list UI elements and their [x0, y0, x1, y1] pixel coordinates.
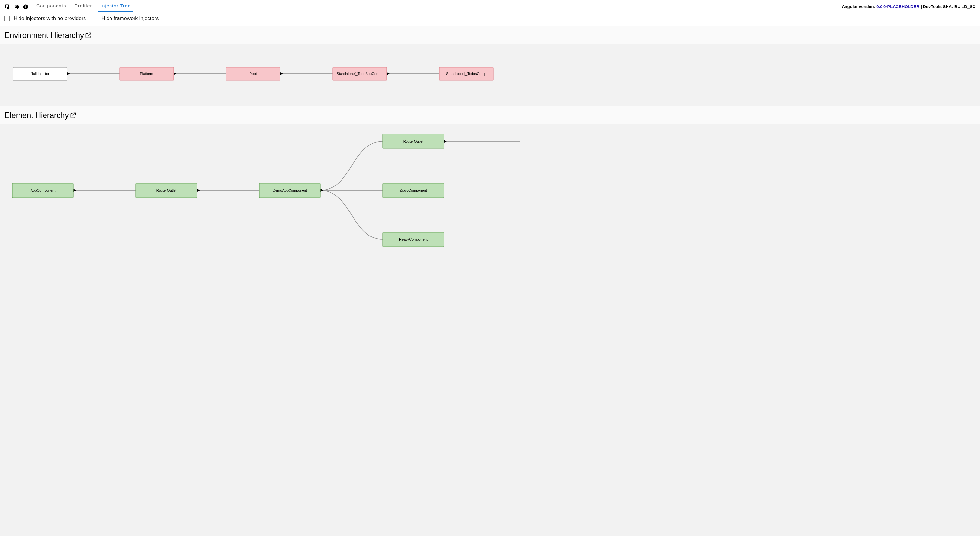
injector-node-app[interactable]: AppComponent: [12, 183, 73, 197]
open-in-new-icon[interactable]: [70, 112, 76, 119]
checkbox-box-icon: [92, 16, 97, 21]
section-header-environment: Environment Hierarchy: [0, 26, 980, 44]
sha-value: BUILD_SC: [955, 4, 975, 9]
svg-text:HeavyComponent: HeavyComponent: [399, 237, 428, 241]
info-icon[interactable]: [22, 3, 29, 10]
svg-text:Root: Root: [249, 72, 257, 76]
inspect-icon[interactable]: [4, 3, 11, 10]
injector-node-ro2[interactable]: RouterOutlet: [383, 134, 444, 148]
section-title-element: Element Hierarchy: [5, 111, 68, 120]
tab-injector-tree[interactable]: Injector Tree: [99, 1, 132, 12]
toolbar: Components Profiler Injector Tree Angula…: [0, 0, 980, 12]
svg-text:Platform: Platform: [140, 72, 153, 76]
injector-node-zip[interactable]: ZippyComponent: [383, 183, 444, 197]
injector-node-hvy[interactable]: HeavyComponent: [383, 232, 444, 247]
section-title-environment: Environment Hierarchy: [5, 31, 84, 40]
injector-node-sa1[interactable]: Standalone[_TodoAppCom…: [333, 67, 387, 80]
injector-node-ro1[interactable]: RouterOutlet: [136, 183, 197, 197]
tab-components[interactable]: Components: [35, 1, 68, 12]
injector-node-root[interactable]: Root: [226, 67, 280, 80]
svg-text:DemoAppComponent: DemoAppComponent: [273, 188, 307, 192]
version-value: 0.0.0-PLACEHOLDER: [877, 4, 919, 9]
svg-text:Standalone[_TodoAppCom…: Standalone[_TodoAppCom…: [337, 72, 383, 76]
svg-text:AppComponent: AppComponent: [30, 188, 55, 192]
injector-node-null[interactable]: Null Injector: [13, 67, 67, 80]
checkbox-hide-empty[interactable]: Hide injectors with no providers: [4, 16, 86, 21]
open-in-new-icon[interactable]: [85, 32, 92, 39]
section-header-element: Element Hierarchy: [0, 106, 980, 124]
gear-icon[interactable]: [13, 3, 20, 10]
environment-hierarchy-pane[interactable]: Null InjectorPlatformRootStandalone[_Tod…: [0, 44, 980, 106]
version-info: Angular version: 0.0.0-PLACEHOLDER | Dev…: [842, 4, 976, 9]
version-label: Angular version:: [842, 4, 877, 9]
checkbox-hide-empty-label: Hide injectors with no providers: [14, 16, 86, 21]
svg-text:RouterOutlet: RouterOutlet: [156, 188, 177, 192]
checkbox-hide-framework[interactable]: Hide framework injectors: [92, 16, 159, 21]
element-hierarchy-pane[interactable]: AppComponentRouterOutletDemoAppComponent…: [0, 124, 980, 536]
svg-text:Null Injector: Null Injector: [30, 72, 49, 76]
svg-text:ZippyComponent: ZippyComponent: [400, 188, 427, 192]
injector-node-demo[interactable]: DemoAppComponent: [259, 183, 320, 197]
injector-node-sa2[interactable]: Standalone[_TodosComp: [439, 67, 493, 80]
svg-rect-2: [25, 6, 26, 8]
injector-node-plat[interactable]: Platform: [119, 67, 173, 80]
tab-profiler[interactable]: Profiler: [72, 1, 94, 12]
svg-rect-3: [25, 5, 26, 6]
svg-text:RouterOutlet: RouterOutlet: [403, 139, 423, 143]
checkbox-box-icon: [4, 16, 10, 21]
filters-row: Hide injectors with no providers Hide fr…: [0, 12, 980, 26]
sha-label: | DevTools SHA:: [920, 4, 955, 9]
tabs: Components Profiler Injector Tree: [35, 1, 133, 12]
svg-text:Standalone[_TodosComp: Standalone[_TodosComp: [446, 72, 487, 76]
checkbox-hide-framework-label: Hide framework injectors: [101, 16, 159, 21]
